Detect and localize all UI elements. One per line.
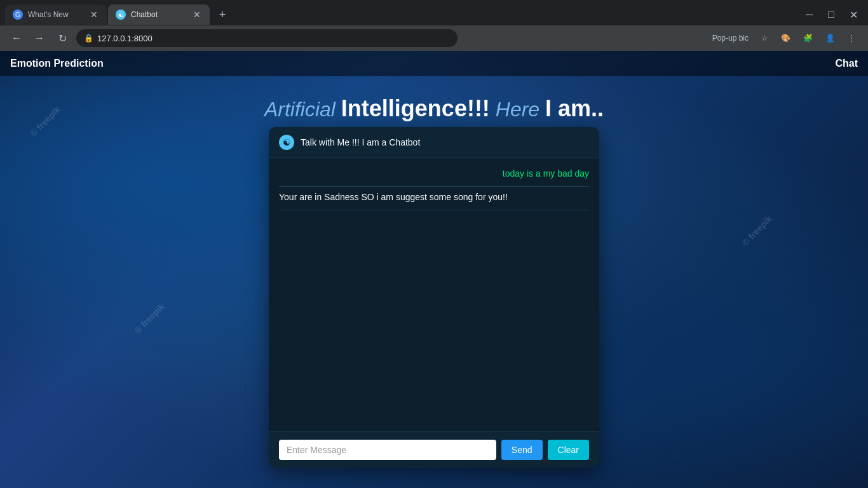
new-tab-button[interactable]: + [214, 6, 231, 24]
bot-message-text: Your are in Sadness SO i am suggest some… [279, 192, 508, 202]
tab-whats-new-label: What's New [28, 10, 86, 19]
send-button[interactable]: Send [501, 440, 543, 460]
tab-chatbot-close[interactable]: ✕ [192, 10, 202, 20]
menu-icon[interactable]: ⋮ [843, 31, 860, 45]
brand-name: Emotion Prediction [10, 58, 104, 69]
heading-intelligence: Intelligence!!! [341, 95, 490, 121]
maximize-button[interactable]: □ [823, 6, 839, 23]
tab-whats-new[interactable]: G What's New ✕ [5, 4, 107, 25]
minimize-button[interactable]: ─ [801, 6, 818, 23]
message-divider-2 [279, 210, 589, 210]
heading-here: Here [496, 98, 539, 121]
bookmark-star[interactable]: ☆ [756, 31, 773, 45]
url-text: 127.0.0.1:8000 [97, 34, 153, 43]
page-content: © freepik © freepik © freepik © freepik … [0, 51, 868, 488]
back-button[interactable]: ← [8, 29, 25, 47]
chat-messages: today is a my bad day Your are in Sadnes… [269, 158, 599, 431]
tab-chatbot[interactable]: ☯ Chatbot ✕ [108, 4, 210, 25]
top-navigation: Emotion Prediction Chat [0, 51, 868, 76]
window-controls: ─ □ ✕ [801, 6, 863, 24]
chatbot-header-icon: ☯ [279, 135, 294, 150]
tab-bar: G What's New ✕ ☯ Chatbot ✕ + ─ □ ✕ [0, 0, 868, 25]
chat-link[interactable]: Chat [835, 58, 858, 69]
profile-icon[interactable]: 👤 [820, 31, 840, 45]
browser-chrome: G What's New ✕ ☯ Chatbot ✕ + ─ □ ✕ ← → ↻… [0, 0, 868, 51]
heading-artificial: Artificial [264, 98, 336, 121]
close-button[interactable]: ✕ [844, 6, 863, 24]
clear-button[interactable]: Clear [548, 440, 589, 460]
chatbot-favicon: ☯ [116, 10, 126, 20]
popup-blocked[interactable]: Pop-up blc [707, 31, 754, 45]
url-box[interactable]: 🔒 127.0.0.1:8000 [76, 29, 458, 47]
extensions-icon[interactable]: 🧩 [798, 31, 818, 45]
message-input[interactable] [279, 440, 496, 460]
bot-message: Your are in Sadness SO i am suggest some… [279, 192, 589, 202]
message-divider-1 [279, 186, 589, 187]
whats-new-favicon: G [13, 10, 23, 20]
tab-chatbot-label: Chatbot [131, 10, 189, 19]
toolbar-right: Pop-up blc ☆ 🎨 🧩 👤 ⋮ [707, 31, 860, 45]
heading-iam: I am.. [545, 95, 604, 121]
chatbot-container: ☯ Talk with Me !!! I am a Chatbot today … [269, 127, 599, 468]
chatbot-header: ☯ Talk with Me !!! I am a Chatbot [269, 127, 599, 158]
color-wheel-icon[interactable]: 🎨 [776, 31, 796, 45]
user-message-text: today is a my bad day [503, 168, 589, 179]
chat-input-area: Send Clear [269, 431, 599, 468]
tab-whats-new-close[interactable]: ✕ [89, 10, 99, 20]
lock-icon: 🔒 [84, 34, 93, 43]
popup-blocked-label: Pop-up blc [712, 34, 749, 43]
refresh-button[interactable]: ↻ [53, 29, 71, 47]
forward-button[interactable]: → [31, 29, 48, 47]
address-bar: ← → ↻ 🔒 127.0.0.1:8000 Pop-up blc ☆ 🎨 🧩 … [0, 25, 868, 51]
user-message: today is a my bad day [279, 168, 589, 179]
chatbot-title: Talk with Me !!! I am a Chatbot [301, 137, 420, 147]
